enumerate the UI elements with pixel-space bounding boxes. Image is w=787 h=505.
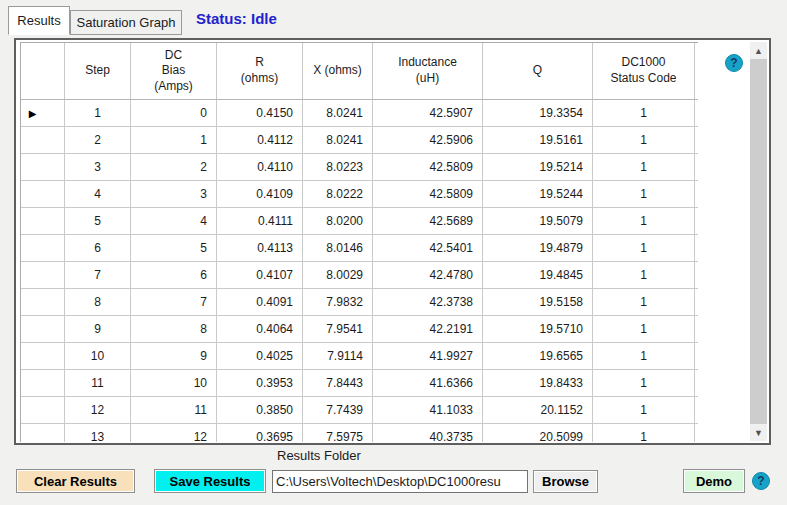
- column-header-r-ohms[interactable]: R (ohms): [217, 43, 303, 99]
- table-cell[interactable]: 42.5907: [373, 100, 483, 126]
- column-header-q[interactable]: Q: [483, 43, 593, 99]
- table-row[interactable]: ▶100.41508.024142.590719.33541: [21, 100, 698, 127]
- row-selector-cell[interactable]: [21, 235, 65, 261]
- table-cell[interactable]: 0.4112: [217, 127, 303, 153]
- table-cell[interactable]: 19.5161: [483, 127, 593, 153]
- table-cell[interactable]: 8: [65, 289, 131, 315]
- table-cell[interactable]: 19.4879: [483, 235, 593, 261]
- column-header-status-code[interactable]: DC1000 Status Code: [593, 43, 695, 99]
- table-cell[interactable]: 12: [65, 397, 131, 423]
- table-cell[interactable]: 42.4780: [373, 262, 483, 288]
- table-row[interactable]: 650.41138.014642.540119.48791: [21, 235, 698, 262]
- table-cell[interactable]: 8.0029: [303, 262, 373, 288]
- table-cell[interactable]: 42.2191: [373, 316, 483, 342]
- table-cell[interactable]: 1: [593, 154, 695, 180]
- table-cell[interactable]: 4: [131, 208, 217, 234]
- table-cell[interactable]: 41.6366: [373, 370, 483, 396]
- table-cell[interactable]: 8.0200: [303, 208, 373, 234]
- table-cell[interactable]: 10: [65, 343, 131, 369]
- table-cell[interactable]: 1: [593, 343, 695, 369]
- table-cell[interactable]: 1: [131, 127, 217, 153]
- save-results-button[interactable]: Save Results: [154, 469, 266, 493]
- table-row[interactable]: 320.41108.022342.580919.52141: [21, 154, 698, 181]
- table-cell[interactable]: 7.5975: [303, 424, 373, 442]
- table-cell[interactable]: 8.0241: [303, 100, 373, 126]
- table-cell[interactable]: 19.5158: [483, 289, 593, 315]
- table-cell[interactable]: 8.0241: [303, 127, 373, 153]
- table-row[interactable]: 210.41128.024142.590619.51611: [21, 127, 698, 154]
- tab-results[interactable]: Results: [8, 6, 70, 35]
- table-cell[interactable]: 1: [593, 181, 695, 207]
- table-cell[interactable]: 1: [593, 316, 695, 342]
- row-selector-cell[interactable]: [21, 262, 65, 288]
- table-cell[interactable]: 19.5214: [483, 154, 593, 180]
- table-cell[interactable]: 0: [131, 100, 217, 126]
- table-cell[interactable]: 42.5809: [373, 154, 483, 180]
- table-cell[interactable]: 7: [65, 262, 131, 288]
- table-cell[interactable]: 11: [65, 370, 131, 396]
- table-cell[interactable]: 42.5689: [373, 208, 483, 234]
- table-row[interactable]: 1090.40257.911441.992719.65651: [21, 343, 698, 370]
- table-cell[interactable]: 41.1033: [373, 397, 483, 423]
- table-cell[interactable]: 7.8443: [303, 370, 373, 396]
- table-cell[interactable]: 19.4845: [483, 262, 593, 288]
- table-cell[interactable]: 8.0223: [303, 154, 373, 180]
- column-header-inductance[interactable]: Inductance (uH): [373, 43, 483, 99]
- table-cell[interactable]: 0.4109: [217, 181, 303, 207]
- browse-button[interactable]: Browse: [533, 470, 598, 493]
- table-cell[interactable]: 4: [65, 181, 131, 207]
- table-cell[interactable]: 0.4110: [217, 154, 303, 180]
- table-cell[interactable]: 7.9114: [303, 343, 373, 369]
- row-selector-cell[interactable]: [21, 370, 65, 396]
- column-header-dc-bias[interactable]: DC Bias (Amps): [131, 43, 217, 99]
- table-cell[interactable]: 5: [131, 235, 217, 261]
- table-cell[interactable]: 6: [65, 235, 131, 261]
- table-cell[interactable]: 0.3850: [217, 397, 303, 423]
- table-row[interactable]: 760.41078.002942.478019.48451: [21, 262, 698, 289]
- table-cell[interactable]: 8: [131, 316, 217, 342]
- vertical-scrollbar[interactable]: ▲ ▼: [750, 42, 767, 441]
- row-selector-cell[interactable]: [21, 424, 65, 442]
- table-cell[interactable]: 0.3695: [217, 424, 303, 442]
- column-header-x-ohms[interactable]: X (ohms): [303, 43, 373, 99]
- table-cell[interactable]: 9: [65, 316, 131, 342]
- table-cell[interactable]: 7.7439: [303, 397, 373, 423]
- table-row[interactable]: 12110.38507.743941.103320.11521: [21, 397, 698, 424]
- table-cell[interactable]: 7: [131, 289, 217, 315]
- table-cell[interactable]: 0.3953: [217, 370, 303, 396]
- table-cell[interactable]: 42.5401: [373, 235, 483, 261]
- table-cell[interactable]: 19.5710: [483, 316, 593, 342]
- table-cell[interactable]: 1: [593, 262, 695, 288]
- table-cell[interactable]: 1: [593, 100, 695, 126]
- table-cell[interactable]: 5: [65, 208, 131, 234]
- table-cell[interactable]: 0.4150: [217, 100, 303, 126]
- row-selector-cell[interactable]: [21, 397, 65, 423]
- table-cell[interactable]: 0.4064: [217, 316, 303, 342]
- table-cell[interactable]: 3: [131, 181, 217, 207]
- table-cell[interactable]: 0.4025: [217, 343, 303, 369]
- table-cell[interactable]: 13: [65, 424, 131, 442]
- row-selector-cell[interactable]: [21, 289, 65, 315]
- table-cell[interactable]: 11: [131, 397, 217, 423]
- table-cell[interactable]: 12: [131, 424, 217, 442]
- row-selector-cell[interactable]: [21, 316, 65, 342]
- table-cell[interactable]: 19.8433: [483, 370, 593, 396]
- row-selector-cell[interactable]: [21, 127, 65, 153]
- demo-button[interactable]: Demo: [683, 469, 745, 493]
- table-cell[interactable]: 6: [131, 262, 217, 288]
- table-row[interactable]: 430.41098.022242.580919.52441: [21, 181, 698, 208]
- table-cell[interactable]: 1: [593, 235, 695, 261]
- table-cell[interactable]: 1: [65, 100, 131, 126]
- table-cell[interactable]: 42.3738: [373, 289, 483, 315]
- table-cell[interactable]: 2: [65, 127, 131, 153]
- table-cell[interactable]: 0.4091: [217, 289, 303, 315]
- table-row[interactable]: 870.40917.983242.373819.51581: [21, 289, 698, 316]
- table-row[interactable]: 11100.39537.844341.636619.84331: [21, 370, 698, 397]
- table-cell[interactable]: 1: [593, 127, 695, 153]
- table-cell[interactable]: 19.3354: [483, 100, 593, 126]
- column-header-row-selector[interactable]: [21, 43, 65, 99]
- table-cell[interactable]: 1: [593, 370, 695, 396]
- table-cell[interactable]: 0.4111: [217, 208, 303, 234]
- table-cell[interactable]: 41.9927: [373, 343, 483, 369]
- row-selector-cell[interactable]: [21, 208, 65, 234]
